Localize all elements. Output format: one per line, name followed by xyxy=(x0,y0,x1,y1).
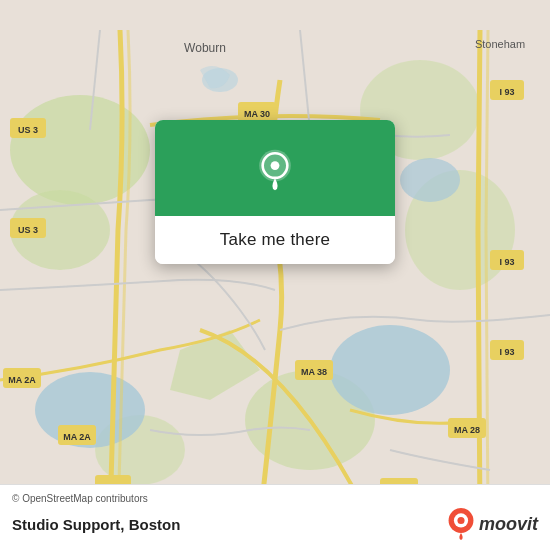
take-me-there-button[interactable]: Take me there xyxy=(155,216,395,264)
svg-point-10 xyxy=(400,158,460,202)
attribution: © OpenStreetMap contributors xyxy=(12,493,538,504)
svg-text:US 3: US 3 xyxy=(18,125,38,135)
svg-text:Woburn: Woburn xyxy=(184,41,226,55)
svg-text:MA 30: MA 30 xyxy=(244,109,270,119)
moovit-text: moovit xyxy=(479,514,538,535)
map-container: US 3 US 3 US 3 MA 30 MA 38 MA 38 MA 2A M… xyxy=(0,0,550,550)
moovit-pin-icon xyxy=(447,508,475,540)
location-pin-icon xyxy=(253,148,297,192)
svg-text:MA 2A: MA 2A xyxy=(8,375,36,385)
svg-text:MA 28: MA 28 xyxy=(454,425,480,435)
svg-text:MA 38: MA 38 xyxy=(301,367,327,377)
svg-text:MA 2A: MA 2A xyxy=(63,432,91,442)
bottom-content: Studio Support, Boston moovit xyxy=(12,508,538,540)
app-name: Studio Support, Boston xyxy=(12,516,180,533)
svg-text:I 93: I 93 xyxy=(499,257,514,267)
svg-point-9 xyxy=(330,325,450,415)
svg-point-40 xyxy=(271,161,280,170)
svg-point-43 xyxy=(457,517,464,524)
svg-text:Stoneham: Stoneham xyxy=(475,38,525,50)
svg-text:I 93: I 93 xyxy=(499,87,514,97)
svg-text:US 3: US 3 xyxy=(18,225,38,235)
popup-card: Take me there xyxy=(155,120,395,264)
svg-text:I 93: I 93 xyxy=(499,347,514,357)
popup-header xyxy=(155,120,395,216)
bottom-bar: © OpenStreetMap contributors Studio Supp… xyxy=(0,484,550,550)
map-svg: US 3 US 3 US 3 MA 30 MA 38 MA 38 MA 2A M… xyxy=(0,0,550,550)
moovit-logo: moovit xyxy=(447,508,538,540)
